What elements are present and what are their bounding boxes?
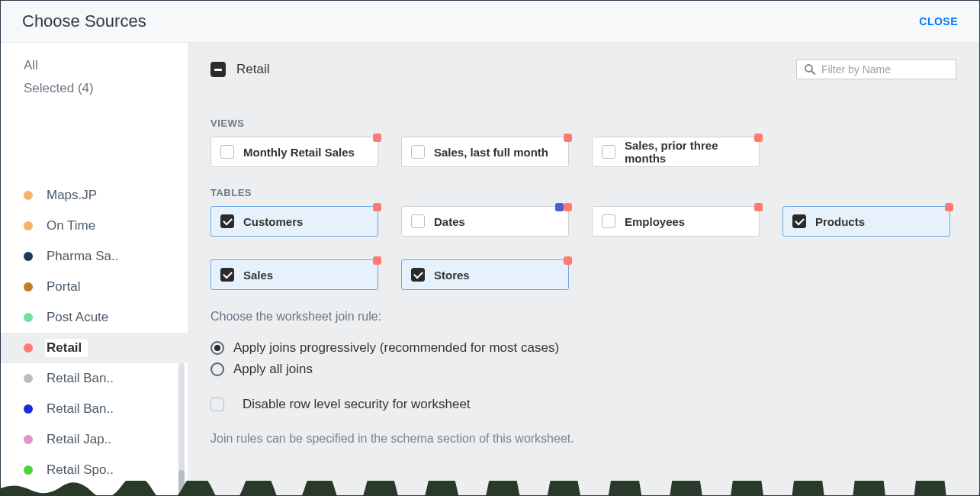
badge-icon — [564, 134, 572, 142]
sidebar-item[interactable]: Pharma Sa.. — [24, 241, 188, 272]
view-card[interactable]: Monthly Retail Sales — [210, 137, 378, 167]
table-card[interactable]: Stores — [401, 259, 569, 290]
sidebar-item[interactable]: Retail Ban.. — [24, 394, 188, 424]
radio-icon — [210, 341, 224, 355]
tables-section-label: TABLES — [210, 187, 956, 198]
badge-icon — [564, 203, 572, 211]
badge-icon — [373, 134, 381, 142]
checkbox-icon — [792, 214, 806, 228]
radio-apply-all[interactable]: Apply all joins — [210, 362, 956, 377]
badge-icon — [555, 203, 564, 211]
sidebar-item[interactable]: Retail — [1, 333, 188, 363]
radio-apply-progressive[interactable]: Apply joins progressively (recommended f… — [210, 340, 956, 356]
source-color-dot — [24, 252, 33, 261]
group-checkbox-indeterminate[interactable] — [210, 62, 226, 77]
source-color-dot — [24, 404, 33, 414]
radio-label: Apply joins progressively (recommended f… — [233, 340, 559, 356]
checkbox-icon — [602, 214, 615, 228]
group-title: Retail — [210, 62, 269, 77]
badge-icon — [945, 203, 953, 211]
checkbox-icon — [220, 214, 234, 228]
join-note: Join rules can be specified in the schem… — [210, 432, 956, 446]
table-card[interactable]: Customers — [210, 206, 378, 237]
view-card-label: Sales, prior three months — [625, 139, 750, 165]
source-color-dot — [24, 313, 33, 322]
checkbox-icon — [220, 268, 234, 282]
join-hint: Choose the worksheet join rule: — [210, 310, 956, 324]
source-color-dot — [24, 221, 33, 230]
sidebar-link-selected[interactable]: Selected (4) — [24, 81, 188, 96]
checkbox-icon — [220, 145, 234, 159]
table-card[interactable]: Products — [782, 206, 950, 237]
checkbox-label: Disable row level security for worksheet — [243, 397, 471, 412]
svg-line-1 — [811, 71, 815, 75]
table-card-label: Sales — [243, 269, 273, 282]
join-section: Choose the worksheet join rule: Apply jo… — [210, 310, 956, 446]
badge-icon — [373, 203, 381, 211]
table-card[interactable]: Sales — [210, 259, 378, 290]
checkbox-icon — [411, 268, 425, 282]
checkbox-icon — [411, 214, 425, 228]
badge-icon — [754, 203, 763, 211]
source-color-dot — [24, 465, 33, 475]
filter-input[interactable] — [821, 63, 955, 76]
table-card[interactable]: Employees — [592, 206, 760, 237]
dialog-body: All Selected (4) Maps.JPOn TimePharma Sa… — [1, 43, 979, 495]
sidebar-filter-links: All Selected (4) — [24, 58, 188, 96]
dialog-title: Choose Sources — [22, 11, 146, 31]
sidebar-item[interactable]: Retail Spo.. — [24, 455, 188, 485]
source-color-dot — [24, 435, 33, 444]
disable-rls-checkbox[interactable]: Disable row level security for worksheet — [210, 397, 956, 412]
badge-icon — [754, 134, 763, 142]
main-header: Retail — [210, 60, 956, 79]
radio-label: Apply all joins — [233, 362, 313, 377]
badge-icon — [373, 256, 381, 265]
views-row: Monthly Retail SalesSales, last full mon… — [210, 137, 956, 167]
source-color-dot — [24, 282, 33, 291]
search-icon — [803, 63, 817, 76]
badge-icon — [564, 256, 572, 265]
sidebar-item[interactable]: Portal — [24, 272, 188, 302]
table-card-label: Employees — [625, 215, 685, 228]
checkbox-icon — [411, 145, 425, 159]
sidebar-item-label: Portal — [47, 279, 80, 294]
sidebar-item[interactable]: Post Acute — [24, 302, 188, 333]
svg-point-0 — [805, 65, 812, 72]
source-sidebar: All Selected (4) Maps.JPOn TimePharma Sa… — [1, 43, 188, 495]
sidebar-item-label: On Time — [47, 218, 95, 233]
sidebar-item-label: Retail Jap.. — [47, 432, 111, 446]
view-card[interactable]: Sales, last full month — [401, 137, 569, 167]
group-label: Retail — [236, 62, 269, 77]
table-card-label: Products — [815, 215, 865, 228]
sidebar-item[interactable]: Retail Jap.. — [24, 424, 188, 455]
radio-icon — [210, 362, 224, 376]
view-card-label: Monthly Retail Sales — [243, 146, 355, 159]
sidebar-item[interactable]: Retail Ban.. — [24, 363, 188, 394]
source-color-dot — [24, 374, 33, 383]
filter-box[interactable] — [796, 60, 956, 79]
sidebar-item-label: Maps.JP — [47, 188, 97, 202]
source-color-dot — [24, 191, 33, 200]
table-card-label: Dates — [434, 215, 465, 228]
sidebar-item-label: Pharma Sa.. — [47, 249, 119, 263]
views-section-label: VIEWS — [210, 118, 956, 129]
sidebar-item-label: Post Acute — [47, 310, 108, 324]
sidebar-item[interactable]: Maps.JP — [24, 180, 188, 211]
table-card-label: Customers — [243, 215, 303, 228]
tables-row: CustomersDatesEmployeesProductsSalesStor… — [210, 206, 956, 290]
sidebar-item-label: Retail — [47, 340, 82, 355]
main-panel: Retail VIEWS Monthly Retail SalesSales, … — [188, 43, 979, 495]
sidebar-link-all[interactable]: All — [24, 58, 188, 73]
table-card-label: Stores — [434, 269, 470, 282]
scrollbar-thumb[interactable] — [178, 470, 185, 495]
checkbox-icon — [210, 398, 224, 411]
sidebar-item-label: Retail Ban.. — [47, 401, 114, 416]
source-color-dot — [24, 343, 33, 353]
choose-sources-dialog: Choose Sources CLOSE All Selected (4) Ma… — [0, 0, 980, 496]
source-list: Maps.JPOn TimePharma Sa..PortalPost Acut… — [24, 180, 188, 485]
table-card[interactable]: Dates — [401, 206, 569, 237]
sidebar-item[interactable]: On Time — [24, 211, 188, 241]
sidebar-item-label: Retail Ban.. — [47, 371, 114, 385]
view-card[interactable]: Sales, prior three months — [592, 137, 760, 167]
close-button[interactable]: CLOSE — [919, 15, 958, 27]
